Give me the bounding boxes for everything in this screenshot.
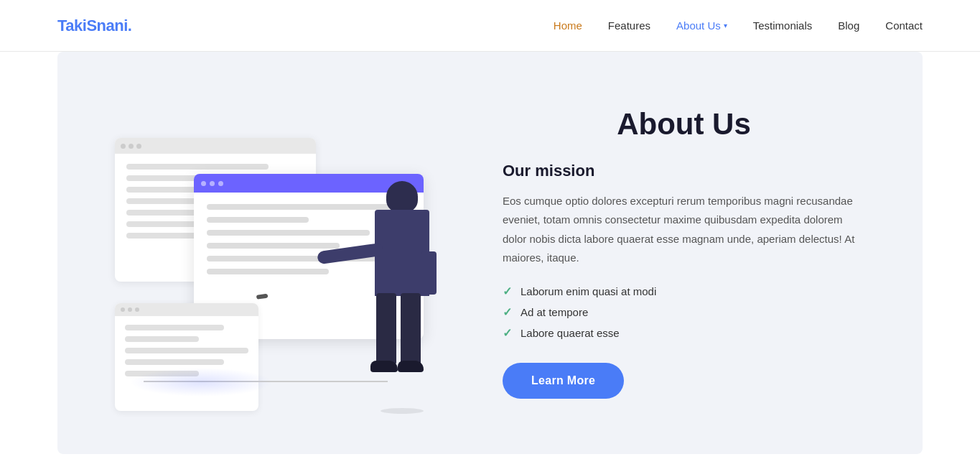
person-head <box>386 181 418 213</box>
check-icon-1: ✓ <box>503 284 512 298</box>
person-shoe-right <box>398 361 424 372</box>
checklist-item-3-label: Labore quaerat esse <box>521 327 620 339</box>
person-arm-right <box>421 251 437 295</box>
checklist-item-2: ✓ Ad at tempore <box>503 305 865 319</box>
person-body <box>375 210 429 296</box>
checklist-item-3: ✓ Labore quaerat esse <box>503 326 865 340</box>
mission-title: Our mission <box>503 162 865 180</box>
nav-blog[interactable]: Blog <box>838 19 859 32</box>
logo-accent: . <box>128 17 132 34</box>
logo-text: TakiSnani <box>57 17 128 34</box>
nav-home[interactable]: Home <box>554 19 582 32</box>
checklist-item-1-label: Laborum enim quasi at modi <box>521 285 656 297</box>
illustration-area <box>101 95 474 411</box>
check-icon-3: ✓ <box>503 326 512 340</box>
mission-text: Eos cumque optio dolores excepturi rerum… <box>503 192 865 267</box>
nav-about-us-label: About Us <box>676 19 721 32</box>
nav-testimonials[interactable]: Testimonials <box>753 19 813 32</box>
header: TakiSnani. Home Features About Us ▾ Test… <box>0 0 980 52</box>
person-shadow <box>381 408 424 414</box>
about-content: About Us Our mission Eos cumque optio do… <box>474 107 865 399</box>
glow-effect <box>129 368 273 397</box>
person-leg-right <box>401 293 421 365</box>
checklist-item-1: ✓ Laborum enim quasi at modi <box>503 284 865 298</box>
learn-more-button[interactable]: Learn More <box>503 363 624 399</box>
person-shoe-left <box>370 361 398 372</box>
person-leg-left <box>376 293 396 365</box>
nav-features[interactable]: Features <box>608 19 650 32</box>
about-title: About Us <box>503 107 865 142</box>
about-section: About Us Our mission Eos cumque optio do… <box>57 52 923 454</box>
checklist-item-2-label: Ad at tempore <box>521 306 588 318</box>
checklist: ✓ Laborum enim quasi at modi ✓ Ad at tem… <box>503 284 865 340</box>
logo[interactable]: TakiSnani. <box>57 17 131 35</box>
nav-about-us[interactable]: About Us ▾ <box>676 19 727 32</box>
person-illustration <box>366 181 438 411</box>
check-icon-2: ✓ <box>503 305 512 319</box>
nav-contact[interactable]: Contact <box>885 19 923 32</box>
our-team-section-title: Our Team <box>0 454 980 472</box>
main-nav: Home Features About Us ▾ Testimonials Bl… <box>554 19 923 32</box>
chevron-down-icon: ▾ <box>724 22 727 29</box>
